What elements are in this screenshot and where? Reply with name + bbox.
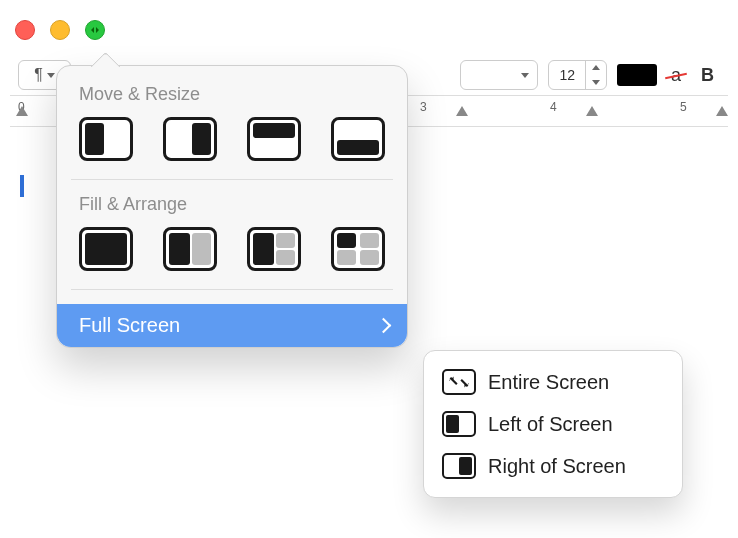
- strikethrough-button[interactable]: a: [667, 65, 685, 86]
- pilcrow-icon: ¶: [34, 66, 43, 84]
- chevron-down-icon[interactable]: [586, 75, 606, 89]
- submenu-label: Right of Screen: [488, 455, 626, 478]
- chevron-down-icon: [521, 73, 529, 78]
- right-of-screen-icon: [442, 453, 476, 479]
- font-size-value: 12: [549, 67, 585, 83]
- window-close-button[interactable]: [15, 20, 35, 40]
- full-screen-submenu: Entire Screen Left of Screen Right of Sc…: [423, 350, 683, 498]
- submenu-label: Entire Screen: [488, 371, 609, 394]
- left-of-screen-item[interactable]: Left of Screen: [424, 403, 682, 445]
- submenu-label: Left of Screen: [488, 413, 613, 436]
- arrange-left-stack-button[interactable]: [247, 227, 301, 271]
- arrange-left-right-button[interactable]: [163, 227, 217, 271]
- font-size-stepper-buttons[interactable]: [585, 61, 606, 89]
- indent-marker-icon[interactable]: [16, 106, 28, 116]
- font-size-stepper[interactable]: 12: [548, 60, 607, 90]
- tile-left-half-button[interactable]: [79, 117, 133, 161]
- window-tiling-popover: Move & Resize Fill & Arrange: [56, 65, 408, 348]
- ruler-mark: 4: [550, 100, 557, 114]
- tile-bottom-half-button[interactable]: [331, 117, 385, 161]
- tab-marker-icon[interactable]: [716, 106, 728, 116]
- font-family-select[interactable]: [460, 60, 538, 90]
- entire-screen-icon: [442, 369, 476, 395]
- window-maximize-button[interactable]: [85, 20, 105, 40]
- maximize-icon: [90, 25, 100, 35]
- arrange-quarters-button[interactable]: [331, 227, 385, 271]
- text-color-swatch[interactable]: [617, 64, 657, 86]
- section-title-fill-arrange: Fill & Arrange: [57, 194, 407, 227]
- right-of-screen-item[interactable]: Right of Screen: [424, 445, 682, 487]
- tile-right-half-button[interactable]: [163, 117, 217, 161]
- tile-top-half-button[interactable]: [247, 117, 301, 161]
- fill-arrange-options: [57, 227, 407, 289]
- bold-button[interactable]: B: [695, 65, 720, 86]
- text-cursor: [20, 175, 24, 197]
- chevron-right-icon: [376, 318, 392, 334]
- chevron-down-icon: [47, 73, 55, 78]
- left-of-screen-icon: [442, 411, 476, 437]
- full-screen-menu-item[interactable]: Full Screen: [57, 304, 407, 347]
- tab-marker-icon[interactable]: [586, 106, 598, 116]
- divider: [71, 179, 393, 180]
- chevron-up-icon[interactable]: [586, 61, 606, 75]
- full-screen-label: Full Screen: [79, 314, 180, 337]
- fill-screen-button[interactable]: [79, 227, 133, 271]
- ruler-mark: 3: [420, 100, 427, 114]
- window-minimize-button[interactable]: [50, 20, 70, 40]
- section-title-move-resize: Move & Resize: [57, 84, 407, 117]
- ruler-mark: 5: [680, 100, 687, 114]
- tab-marker-icon[interactable]: [456, 106, 468, 116]
- divider: [71, 289, 393, 290]
- move-resize-options: [57, 117, 407, 179]
- entire-screen-item[interactable]: Entire Screen: [424, 361, 682, 403]
